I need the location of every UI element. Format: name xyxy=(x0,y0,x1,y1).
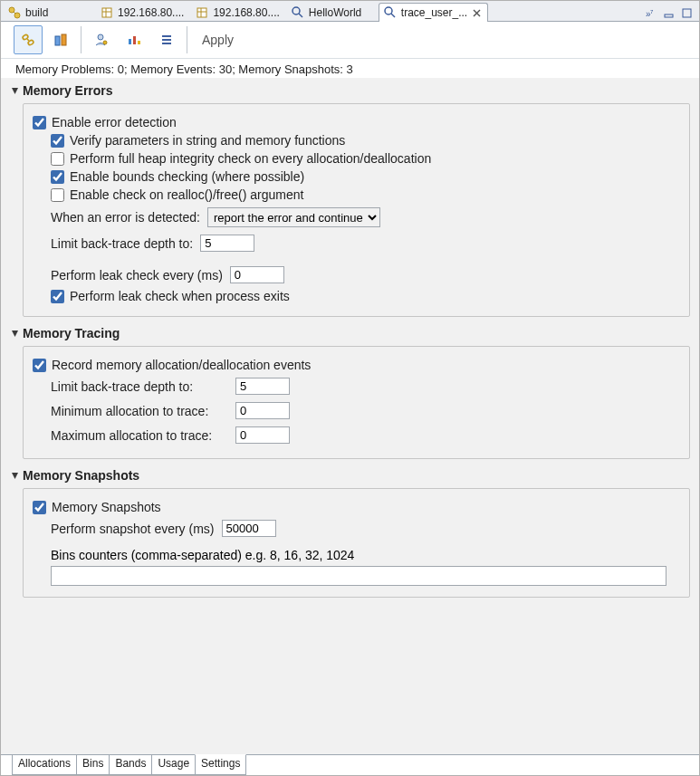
tracing-backtrace-input[interactable] xyxy=(235,378,290,395)
checkbox-input[interactable] xyxy=(33,116,46,129)
section-body-memory-tracing: Record memory allocation/deallocation ev… xyxy=(23,346,690,459)
editor-tab-ip-1[interactable]: 192.168.80.... xyxy=(95,3,190,22)
snapshot-interval-input[interactable] xyxy=(222,520,276,537)
toolbar-separator xyxy=(187,26,187,53)
tab-strip-tools: »7 xyxy=(643,6,699,21)
section-title: Memory Tracing xyxy=(23,326,120,340)
tab-usage[interactable]: Usage xyxy=(151,755,196,775)
section-header-memory-tracing[interactable]: Memory Tracing xyxy=(6,324,694,342)
svg-point-9 xyxy=(292,7,300,14)
tracing-backtrace-label: Limit back-trace depth to: xyxy=(51,379,228,394)
max-alloc-input[interactable] xyxy=(235,426,290,444)
svg-marker-33 xyxy=(12,331,18,337)
btab-label: Bins xyxy=(82,757,103,770)
columns-icon[interactable] xyxy=(46,25,75,54)
svg-rect-18 xyxy=(683,9,691,17)
svg-point-25 xyxy=(103,41,107,44)
profile-icon[interactable] xyxy=(87,25,116,54)
backtrace-input[interactable] xyxy=(200,235,254,252)
checkbox-enable-error-detection[interactable]: Enable error detection xyxy=(33,113,678,131)
editor-tab-trace-user[interactable]: trace_user_... xyxy=(379,3,488,22)
checkbox-label: Verify parameters in string and memory f… xyxy=(70,133,345,148)
btab-label: Bands xyxy=(115,757,146,770)
menu-icon[interactable] xyxy=(152,25,181,54)
link-icon[interactable] xyxy=(14,25,43,54)
checkbox-input[interactable] xyxy=(51,290,64,303)
btab-label: Settings xyxy=(201,757,240,770)
checkbox-label: Enable check on realloc()/free() argumen… xyxy=(70,187,303,202)
checkbox-input[interactable] xyxy=(51,188,64,202)
editor-tab-helloworld[interactable]: HelloWorld xyxy=(286,3,379,22)
show-list-icon[interactable]: »7 xyxy=(643,6,659,21)
checkbox-label: Memory Snapshots xyxy=(52,500,161,514)
editor-tab-build[interactable]: build xyxy=(3,3,95,22)
checkbox-label: Perform full heap integrity check on eve… xyxy=(70,151,431,166)
toolbar-separator xyxy=(81,26,82,53)
checkbox-leak-on-exit[interactable]: Perform leak check when process exits xyxy=(51,287,678,305)
tab-bins[interactable]: Bins xyxy=(76,755,110,775)
settings-content: Memory Errors Enable error detection Ver… xyxy=(1,78,699,754)
checkbox-input[interactable] xyxy=(51,170,64,184)
checkbox-input[interactable] xyxy=(33,501,46,514)
svg-point-11 xyxy=(385,7,392,14)
btab-label: Usage xyxy=(158,757,189,770)
collapse-arrow-icon xyxy=(10,471,19,480)
checkbox-label: Enable bounds checking (where possible) xyxy=(70,169,304,184)
backtrace-label: Limit back-trace depth to: xyxy=(51,236,193,251)
editor-tab-label: 192.168.80.... xyxy=(213,6,279,19)
tab-allocations[interactable]: Allocations xyxy=(12,755,77,775)
checkbox-realloc-free[interactable]: Enable check on realloc()/free() argumen… xyxy=(51,186,678,204)
checkbox-verify-params[interactable]: Verify parameters in string and memory f… xyxy=(51,131,678,149)
section-header-memory-snapshots[interactable]: Memory Snapshots xyxy=(6,466,694,484)
svg-rect-23 xyxy=(62,34,66,45)
collapse-arrow-icon xyxy=(10,86,19,95)
checkbox-input[interactable] xyxy=(33,359,46,372)
on-error-label: When an error is detected: xyxy=(51,210,200,225)
svg-line-2 xyxy=(14,12,15,14)
leak-every-input[interactable] xyxy=(230,266,284,283)
svg-rect-26 xyxy=(129,39,131,44)
svg-marker-32 xyxy=(12,88,18,94)
maximize-icon[interactable] xyxy=(679,6,695,21)
min-alloc-label: Minimum allocation to trace: xyxy=(51,404,228,418)
analysis-toolbar: Apply xyxy=(1,22,699,59)
bins-label: Bins counters (comma-separated) e.g. 8, … xyxy=(51,548,678,562)
on-error-select[interactable]: report the error and continue xyxy=(207,207,380,227)
svg-rect-28 xyxy=(138,41,140,44)
checkbox-bounds-checking[interactable]: Enable bounds checking (where possible) xyxy=(51,168,678,186)
svg-line-10 xyxy=(299,14,302,17)
section-body-memory-errors: Enable error detection Verify parameters… xyxy=(23,103,690,317)
analysis-icon xyxy=(383,5,398,20)
tab-settings[interactable]: Settings xyxy=(195,754,246,775)
snapshot-interval-label: Perform snapshot every (ms) xyxy=(51,522,215,536)
section-title: Memory Errors xyxy=(23,83,113,98)
apply-label[interactable]: Apply xyxy=(202,33,234,47)
checkbox-input[interactable] xyxy=(51,134,64,148)
checkbox-snapshots[interactable]: Memory Snapshots xyxy=(33,498,678,516)
db-icon xyxy=(100,5,114,20)
collapse-arrow-icon xyxy=(10,329,19,338)
analysis-icon xyxy=(291,5,305,20)
editor-tab-ip-2[interactable]: 192.168.80.... xyxy=(190,3,285,22)
leak-every-label: Perform leak check every (ms) xyxy=(51,268,223,283)
build-icon xyxy=(7,5,22,20)
editor-tab-label: build xyxy=(25,6,48,19)
editor-tab-label: HelloWorld xyxy=(309,6,361,19)
close-icon[interactable] xyxy=(471,7,482,18)
tab-bands[interactable]: Bands xyxy=(109,755,152,775)
bins-input[interactable] xyxy=(51,566,666,586)
minimize-icon[interactable] xyxy=(661,6,677,21)
status-line: Memory Problems: 0; Memory Events: 30; M… xyxy=(1,59,699,78)
min-alloc-input[interactable] xyxy=(235,402,290,419)
svg-rect-17 xyxy=(665,14,673,17)
bottom-tab-strip: Allocations Bins Bands Usage Settings xyxy=(1,754,699,775)
checkbox-record-events[interactable]: Record memory allocation/deallocation ev… xyxy=(33,356,678,374)
checkbox-input[interactable] xyxy=(51,152,64,166)
memory-analysis-view: build 192.168.80.... 192.168.80.... Hell… xyxy=(0,0,700,776)
section-header-memory-errors[interactable]: Memory Errors xyxy=(6,81,694,100)
checkbox-heap-integrity[interactable]: Perform full heap integrity check on eve… xyxy=(51,149,678,168)
chart-icon[interactable] xyxy=(120,25,149,54)
editor-tab-label: 192.168.80.... xyxy=(118,6,184,19)
section-title: Memory Snapshots xyxy=(23,468,139,483)
editor-tab-label: trace_user_... xyxy=(401,6,467,19)
